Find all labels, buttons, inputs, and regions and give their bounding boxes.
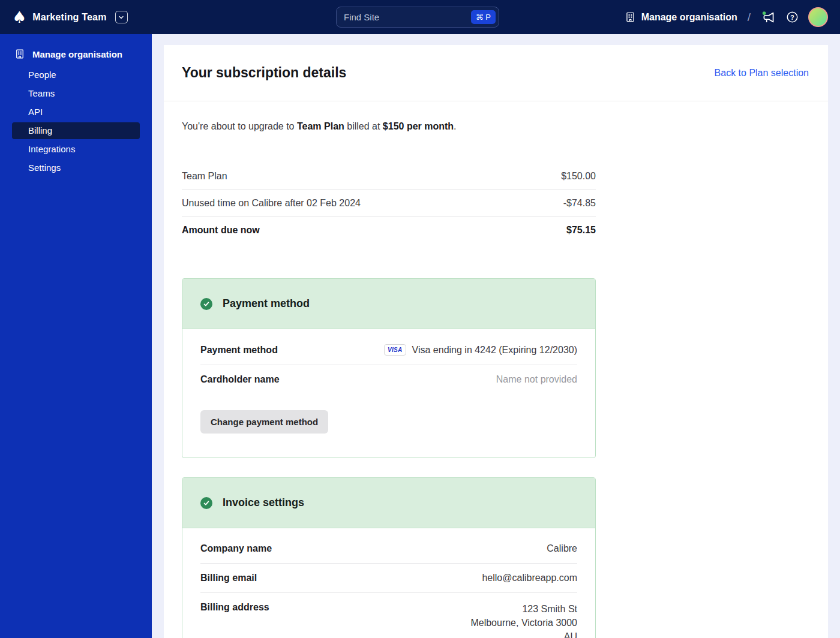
sidebar-item-api[interactable]: API: [12, 104, 140, 121]
help-icon: ?: [785, 10, 799, 24]
search-input[interactable]: [344, 12, 471, 22]
charge-summary-table: Team Plan $150.00 Unused time on Calibre…: [182, 163, 596, 243]
check-icon: [200, 298, 212, 310]
sidebar-nav: People Teams API Billing Integrations Se…: [0, 67, 152, 176]
payment-method-card: Payment method Payment method VISA Visa …: [182, 278, 596, 458]
announcements-button[interactable]: [761, 10, 776, 25]
row-value: Name not provided: [496, 374, 577, 385]
sidebar-header-manage-organisation[interactable]: Manage organisation: [0, 34, 152, 67]
building-icon: [625, 11, 636, 23]
sidebar-header-label: Manage organisation: [32, 49, 122, 59]
billing-email-row: Billing email hello@calibreapp.com: [200, 564, 577, 593]
intro-part1: You're about to upgrade to: [182, 121, 297, 131]
invoice-settings-card: Invoice settings Company name Calibre Bi…: [182, 477, 596, 638]
billing-address-row: Billing address 123 Smith St Melbourne, …: [200, 593, 577, 638]
sidebar-item-billing[interactable]: Billing: [12, 122, 140, 139]
intro-plan-name: Team Plan: [297, 121, 344, 131]
intro-part3: .: [454, 121, 456, 131]
sidebar-item-integrations[interactable]: Integrations: [12, 141, 140, 158]
separator: /: [746, 11, 752, 24]
sidebar-item-people[interactable]: People: [12, 67, 140, 83]
svg-text:?: ?: [790, 14, 794, 21]
row-label: Payment method: [200, 345, 278, 356]
chevron-down-icon: [115, 11, 128, 23]
summary-value: $150.00: [561, 171, 596, 182]
sidebar: Manage organisation People Teams API Bil…: [0, 34, 152, 638]
intro-price: $150 per month: [383, 121, 454, 131]
row-value: VISA Visa ending in 4242 (Expiring 12/20…: [384, 344, 577, 356]
page-header: Your subscription details Back to Plan s…: [164, 45, 828, 101]
change-payment-method-button[interactable]: Change payment method: [200, 410, 328, 434]
topbar: ♠ Marketing Team ⌘ P Manage organisation…: [0, 0, 840, 34]
main-panel: Your subscription details Back to Plan s…: [164, 45, 828, 638]
address-line: 123 Smith St: [470, 602, 577, 616]
payment-method-card-title: Payment method: [223, 297, 310, 310]
megaphone-icon: [761, 10, 776, 25]
cardholder-name-row: Cardholder name Name not provided: [200, 365, 577, 394]
search-shortcut-badge: ⌘ P: [471, 10, 496, 24]
address-line: AU: [470, 630, 577, 638]
row-value: hello@calibreapp.com: [482, 573, 577, 583]
address-line: Melbourne, Victoria 3000: [470, 616, 577, 630]
manage-organisation-label: Manage organisation: [641, 12, 737, 23]
row-value: Calibre: [547, 543, 577, 554]
summary-label: Team Plan: [182, 171, 227, 182]
row-label: Billing address: [200, 602, 269, 613]
manage-organisation-link[interactable]: Manage organisation: [625, 11, 737, 23]
back-to-plan-selection-link[interactable]: Back to Plan selection: [715, 68, 809, 79]
sidebar-item-teams[interactable]: Teams: [12, 85, 140, 102]
row-label: Cardholder name: [200, 374, 280, 385]
row-label: Billing email: [200, 573, 257, 583]
team-name: Marketing Team: [32, 12, 106, 23]
team-switcher[interactable]: ♠ Marketing Team: [12, 9, 128, 25]
summary-row-plan: Team Plan $150.00: [182, 163, 596, 190]
invoice-settings-card-body: Company name Calibre Billing email hello…: [182, 528, 595, 638]
help-button[interactable]: ?: [785, 10, 799, 24]
avatar[interactable]: [808, 7, 828, 27]
row-label: Company name: [200, 543, 272, 554]
sidebar-item-settings[interactable]: Settings: [12, 160, 140, 176]
company-name-row: Company name Calibre: [200, 534, 577, 564]
visa-badge: VISA: [384, 344, 406, 356]
page-title: Your subscription details: [182, 65, 346, 81]
building-icon: [14, 49, 25, 59]
payment-method-card-body: Payment method VISA Visa ending in 4242 …: [182, 329, 595, 458]
intro-part2: billed at: [344, 121, 383, 131]
summary-value: $75.15: [566, 225, 596, 236]
summary-label: Unused time on Calibre after 02 Feb 2024: [182, 198, 361, 209]
summary-row-amount-due: Amount due now $75.15: [182, 217, 596, 243]
row-value: 123 Smith St Melbourne, Victoria 3000 AU: [470, 602, 577, 638]
summary-value: -$74.85: [563, 198, 596, 209]
check-icon: [200, 497, 212, 509]
invoice-settings-card-header: Invoice settings: [182, 478, 595, 528]
site-search: ⌘ P: [336, 7, 499, 28]
spade-logo-icon: ♠: [12, 9, 26, 25]
card-details: Visa ending in 4242 (Expiring 12/2030): [412, 345, 577, 356]
payment-method-row: Payment method VISA Visa ending in 4242 …: [200, 335, 577, 365]
content: You're about to upgrade to Team Plan bil…: [164, 121, 828, 638]
topbar-right: Manage organisation / ?: [625, 7, 828, 27]
upgrade-intro-text: You're about to upgrade to Team Plan bil…: [182, 121, 810, 132]
summary-row-unused-time: Unused time on Calibre after 02 Feb 2024…: [182, 190, 596, 217]
payment-method-card-header: Payment method: [182, 279, 595, 329]
summary-label: Amount due now: [182, 225, 260, 236]
invoice-settings-card-title: Invoice settings: [223, 496, 304, 509]
